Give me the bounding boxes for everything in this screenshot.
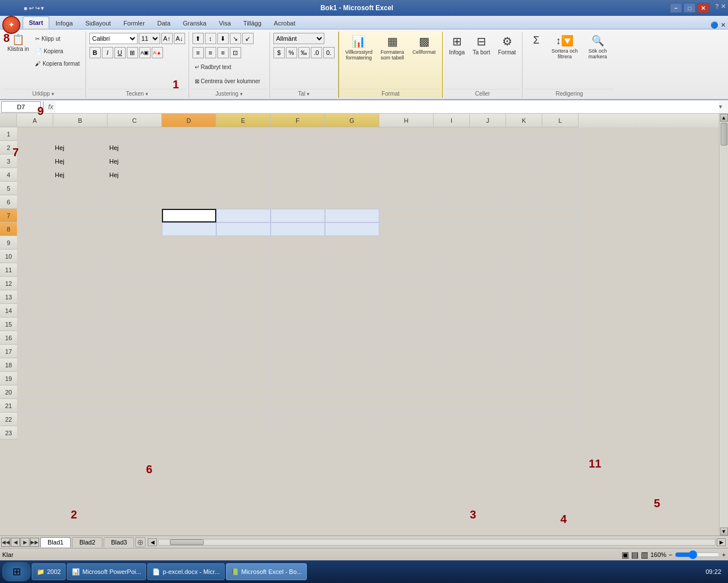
cell-L12[interactable] bbox=[542, 277, 579, 290]
taskbar-app-powerpoint[interactable]: 📊Microsoft PowerPoi... bbox=[67, 563, 146, 580]
cell-L21[interactable] bbox=[542, 399, 579, 413]
sheet-tab-blad2[interactable]: Blad2 bbox=[72, 537, 102, 547]
cell-G1[interactable] bbox=[325, 127, 379, 141]
horizontal-scrollbar-track[interactable] bbox=[158, 539, 716, 546]
cell-H12[interactable] bbox=[379, 277, 434, 290]
cell-H4[interactable] bbox=[379, 168, 434, 182]
cell-G19[interactable] bbox=[325, 372, 379, 385]
cell-K11[interactable] bbox=[506, 263, 542, 277]
cell-I14[interactable] bbox=[434, 304, 470, 318]
cell-G23[interactable] bbox=[325, 426, 379, 440]
cell-K10[interactable] bbox=[506, 250, 542, 263]
col-header-c[interactable]: C bbox=[108, 114, 162, 127]
cell-H23[interactable] bbox=[379, 426, 434, 440]
cell-F8[interactable] bbox=[271, 222, 325, 236]
cell-B12[interactable] bbox=[53, 277, 108, 290]
sheet-nav-first[interactable]: ◀◀ bbox=[1, 538, 10, 547]
cell-G2[interactable] bbox=[325, 141, 379, 155]
cell-D1[interactable] bbox=[162, 127, 216, 141]
cell-A20[interactable] bbox=[17, 385, 53, 399]
formula-input[interactable] bbox=[55, 101, 719, 113]
cell-C19[interactable] bbox=[108, 372, 162, 385]
cell-B19[interactable] bbox=[53, 372, 108, 385]
paste-button[interactable]: 📋 Klistra in bbox=[5, 33, 32, 54]
cell-B4[interactable]: Hej bbox=[53, 168, 108, 182]
cell-K2[interactable] bbox=[506, 141, 542, 155]
cell-C13[interactable] bbox=[108, 290, 162, 304]
cell-L4[interactable] bbox=[542, 168, 579, 182]
cell-D10[interactable] bbox=[162, 250, 216, 263]
view-layout-button[interactable]: ▤ bbox=[631, 550, 639, 559]
cell-J4[interactable] bbox=[470, 168, 506, 182]
tab-formler[interactable]: Formler bbox=[117, 16, 151, 29]
horizontal-scrollbar-thumb[interactable] bbox=[170, 539, 204, 545]
cell-F19[interactable] bbox=[271, 372, 325, 385]
tab-sidlayout[interactable]: Sidlayout bbox=[79, 16, 117, 29]
row-header-3[interactable]: 3 bbox=[0, 155, 17, 168]
cell-A9[interactable] bbox=[17, 236, 53, 250]
cell-H14[interactable] bbox=[379, 304, 434, 318]
cell-H10[interactable] bbox=[379, 250, 434, 263]
tab-data[interactable]: Data bbox=[151, 16, 177, 29]
cell-A6[interactable] bbox=[17, 195, 53, 209]
align-middle-button[interactable]: ↕ bbox=[205, 33, 216, 44]
bold-button[interactable]: B bbox=[89, 47, 101, 58]
cell-J18[interactable] bbox=[470, 358, 506, 372]
cell-C11[interactable] bbox=[108, 263, 162, 277]
cell-G11[interactable] bbox=[325, 263, 379, 277]
cell-E20[interactable] bbox=[216, 385, 271, 399]
cell-I10[interactable] bbox=[434, 250, 470, 263]
cell-I20[interactable] bbox=[434, 385, 470, 399]
cell-E16[interactable] bbox=[216, 331, 271, 345]
cut-button[interactable]: ✂ Klipp ut bbox=[33, 33, 82, 44]
cell-A11[interactable] bbox=[17, 263, 53, 277]
cell-K20[interactable] bbox=[506, 385, 542, 399]
cell-H7[interactable] bbox=[379, 209, 434, 222]
row-header-21[interactable]: 21 bbox=[0, 399, 17, 413]
cell-A8[interactable] bbox=[17, 222, 53, 236]
cell-I5[interactable] bbox=[434, 182, 470, 195]
cell-J12[interactable] bbox=[470, 277, 506, 290]
cell-K8[interactable] bbox=[506, 222, 542, 236]
cell-H21[interactable] bbox=[379, 399, 434, 413]
cell-C8[interactable] bbox=[108, 222, 162, 236]
cell-B5[interactable] bbox=[53, 182, 108, 195]
cell-D3[interactable] bbox=[162, 155, 216, 168]
wrap-text-button[interactable]: ↵ Radbryt text bbox=[192, 61, 249, 72]
sort-filter-button[interactable]: ↕🔽 Sortera ochfiltrera bbox=[549, 33, 581, 61]
cell-E23[interactable] bbox=[216, 426, 271, 440]
cell-J20[interactable] bbox=[470, 385, 506, 399]
cell-L18[interactable] bbox=[542, 358, 579, 372]
row-header-16[interactable]: 16 bbox=[0, 331, 17, 345]
cell-I9[interactable] bbox=[434, 236, 470, 250]
cell-B22[interactable] bbox=[53, 413, 108, 426]
cell-B2[interactable]: Hej bbox=[53, 141, 108, 155]
cell-E21[interactable] bbox=[216, 399, 271, 413]
cell-F15[interactable] bbox=[271, 318, 325, 331]
cell-E7[interactable] bbox=[216, 209, 271, 222]
row-header-2[interactable]: 2 bbox=[0, 141, 17, 155]
col-header-k[interactable]: K bbox=[506, 114, 542, 127]
cell-L6[interactable] bbox=[542, 195, 579, 209]
delete-button[interactable]: ⊟ Ta bort bbox=[470, 33, 493, 57]
cell-G10[interactable] bbox=[325, 250, 379, 263]
cell-F13[interactable] bbox=[271, 290, 325, 304]
cell-F2[interactable] bbox=[271, 141, 325, 155]
cell-J7[interactable] bbox=[470, 209, 506, 222]
cell-A5[interactable] bbox=[17, 182, 53, 195]
scroll-left-button[interactable]: ◀ bbox=[148, 538, 157, 546]
office-button[interactable]: ✦ bbox=[2, 16, 20, 34]
cell-D14[interactable] bbox=[162, 304, 216, 318]
cell-H15[interactable] bbox=[379, 318, 434, 331]
col-header-e[interactable]: E bbox=[216, 114, 271, 127]
cell-A14[interactable] bbox=[17, 304, 53, 318]
cell-L3[interactable] bbox=[542, 155, 579, 168]
cell-B6[interactable] bbox=[53, 195, 108, 209]
cell-A4[interactable] bbox=[17, 168, 53, 182]
row-header-12[interactable]: 12 bbox=[0, 277, 17, 290]
cell-G5[interactable] bbox=[325, 182, 379, 195]
format-as-table-button[interactable]: ▦ Formaterasom tabell bbox=[378, 33, 407, 62]
cell-J6[interactable] bbox=[470, 195, 506, 209]
cell-K18[interactable] bbox=[506, 358, 542, 372]
cell-F21[interactable] bbox=[271, 399, 325, 413]
